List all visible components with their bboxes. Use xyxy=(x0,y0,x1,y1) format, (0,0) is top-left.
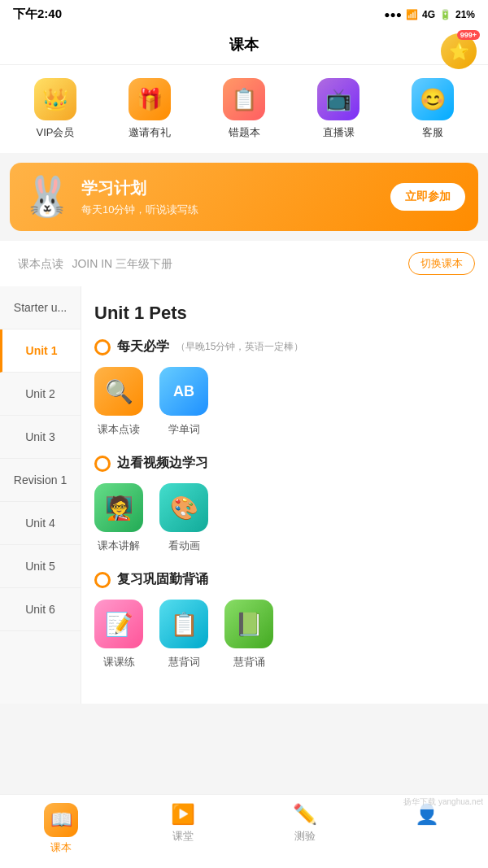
quick-item-mistake[interactable]: 📋 错题本 xyxy=(223,78,265,140)
classroom-nav-icon: ▶️ xyxy=(171,803,195,826)
banner-subtitle: 每天10分钟，听说读写练 xyxy=(81,203,198,217)
content-area: Unit 1 Pets 每天必学 （早晚15分钟，英语一定棒） 🔍 课本点读 A… xyxy=(81,286,488,704)
lecture-icon: 🧑‍🏫 xyxy=(94,483,143,532)
icon-item-animation[interactable]: 🎨 看动画 xyxy=(159,483,208,553)
sidebar-item-unit5[interactable]: Unit 5 xyxy=(0,545,81,588)
icon-item-exercise[interactable]: 📝 课课练 xyxy=(94,600,143,670)
badge-count: 999+ xyxy=(457,30,480,40)
study-plan-banner[interactable]: 🐰 学习计划 每天10分钟，听说读写练 立即参加 xyxy=(10,163,478,231)
header: 课本 ⭐ 999+ xyxy=(0,28,488,65)
icon-item-textbook-read[interactable]: 🔍 课本点读 xyxy=(94,367,143,437)
invite-label: 邀请有礼 xyxy=(129,125,171,140)
nav-item-profile[interactable]: 👤 xyxy=(403,803,451,855)
section-review: 复习巩固勤背诵 xyxy=(94,571,475,588)
status-time: 下午2:40 xyxy=(13,7,62,22)
mistake-label: 错题本 xyxy=(229,125,260,140)
service-icon: 😊 xyxy=(412,78,454,120)
mistake-icon: 📋 xyxy=(223,78,265,120)
sidebar-item-revision1[interactable]: Revision 1 xyxy=(0,459,81,502)
signal-icon: 📶 xyxy=(406,9,418,20)
section-title: 课本点读 JOIN IN 三年级下册 xyxy=(13,256,172,270)
section-header: 课本点读 JOIN IN 三年级下册 切换课本 xyxy=(0,241,488,286)
wifi-icon: ●●● xyxy=(384,9,402,20)
dot-icon-2 xyxy=(94,456,111,472)
unit-title: Unit 1 Pets xyxy=(94,303,475,324)
icon-item-smart-word[interactable]: 📋 慧背词 xyxy=(159,600,208,670)
sidebar-item-starter[interactable]: Starter u... xyxy=(0,286,81,329)
quick-access-bar: 👑 VIP会员 🎁 邀请有礼 📋 错题本 📺 直播课 😊 客服 xyxy=(0,65,488,153)
lecture-label: 课本讲解 xyxy=(98,539,140,553)
classroom-nav-label: 课堂 xyxy=(172,829,194,844)
vip-badge[interactable]: ⭐ 999+ xyxy=(441,33,477,69)
daily-icons: 🔍 课本点读 AB 学单词 xyxy=(94,367,475,437)
watermark: 扬华下载 yanghua.net xyxy=(399,795,488,809)
main-content: Starter u... Unit 1 Unit 2 Unit 3 Revisi… xyxy=(0,286,488,704)
icon-item-lecture[interactable]: 🧑‍🏫 课本讲解 xyxy=(94,483,143,553)
quick-item-invite[interactable]: 🎁 邀请有礼 xyxy=(129,78,171,140)
quick-item-service[interactable]: 😊 客服 xyxy=(412,78,454,140)
quick-item-vip[interactable]: 👑 VIP会员 xyxy=(34,78,76,140)
smart-word-icon: 📋 xyxy=(159,600,208,648)
banner-text: 学习计划 每天10分钟，听说读写练 xyxy=(81,177,198,217)
battery-icon: 🔋 xyxy=(439,9,451,20)
nav-item-classroom[interactable]: ▶️ 课堂 xyxy=(159,803,207,855)
textbook-nav-icon: 📖 xyxy=(44,803,78,837)
review-icons: 📝 课课练 📋 慧背词 📗 慧背诵 xyxy=(94,600,475,670)
dot-icon-3 xyxy=(94,572,111,588)
dot-icon xyxy=(94,339,111,355)
smart-word-label: 慧背词 xyxy=(168,655,200,670)
banner-title: 学习计划 xyxy=(81,177,198,199)
quick-item-live[interactable]: 📺 直播课 xyxy=(317,78,359,140)
sidebar-item-unit3[interactable]: Unit 3 xyxy=(0,416,81,459)
icon-item-smart-recite[interactable]: 📗 慧背诵 xyxy=(224,600,273,670)
section-daily: 每天必学 （早晚15分钟，英语一定棒） xyxy=(94,338,475,355)
status-icons: ●●● 📶 4G 🔋 21% xyxy=(384,9,475,20)
sidebar: Starter u... Unit 1 Unit 2 Unit 3 Revisi… xyxy=(0,286,81,704)
vip-icon: 👑 xyxy=(34,78,76,120)
live-label: 直播课 xyxy=(323,125,355,140)
video-icons: 🧑‍🏫 课本讲解 🎨 看动画 xyxy=(94,483,475,553)
service-label: 客服 xyxy=(422,125,443,140)
exercise-icon: 📝 xyxy=(94,600,143,648)
nav-item-test[interactable]: ✏️ 测验 xyxy=(281,803,329,855)
textbook-nav-label: 课本 xyxy=(50,840,72,855)
network-icon: 4G xyxy=(422,9,435,20)
banner-join-button[interactable]: 立即参加 xyxy=(390,183,465,211)
battery-percent: 21% xyxy=(455,9,475,20)
sidebar-item-unit1[interactable]: Unit 1 xyxy=(0,329,81,373)
exercise-label: 课课练 xyxy=(103,655,135,670)
switch-textbook-button[interactable]: 切换课本 xyxy=(408,252,475,275)
status-bar: 下午2:40 ●●● 📶 4G 🔋 21% xyxy=(0,0,488,28)
textbook-read-icon: 🔍 xyxy=(94,367,143,416)
section-video: 边看视频边学习 xyxy=(94,455,475,472)
live-icon: 📺 xyxy=(317,78,359,120)
section-title-area: 课本点读 JOIN IN 三年级下册 xyxy=(13,256,172,272)
animation-label: 看动画 xyxy=(168,539,200,553)
sidebar-item-unit6[interactable]: Unit 6 xyxy=(0,588,81,631)
textbook-read-label: 课本点读 xyxy=(98,422,140,437)
nav-item-textbook[interactable]: 📖 课本 xyxy=(37,803,85,855)
sidebar-item-unit4[interactable]: Unit 4 xyxy=(0,502,81,545)
test-nav-label: 测验 xyxy=(294,829,316,844)
vocabulary-label: 学单词 xyxy=(168,422,200,437)
vip-label: VIP会员 xyxy=(37,125,75,140)
invite-icon: 🎁 xyxy=(129,78,171,120)
test-nav-icon: ✏️ xyxy=(293,803,317,826)
animation-icon: 🎨 xyxy=(159,483,208,532)
smart-recite-label: 慧背诵 xyxy=(233,655,265,670)
sidebar-item-unit2[interactable]: Unit 2 xyxy=(0,373,81,416)
vocabulary-icon: AB xyxy=(159,367,208,416)
icon-item-vocabulary[interactable]: AB 学单词 xyxy=(159,367,208,437)
smart-recite-icon: 📗 xyxy=(224,600,273,648)
banner-mascot: 🐰 xyxy=(23,174,72,220)
page-title: 课本 xyxy=(229,37,259,53)
